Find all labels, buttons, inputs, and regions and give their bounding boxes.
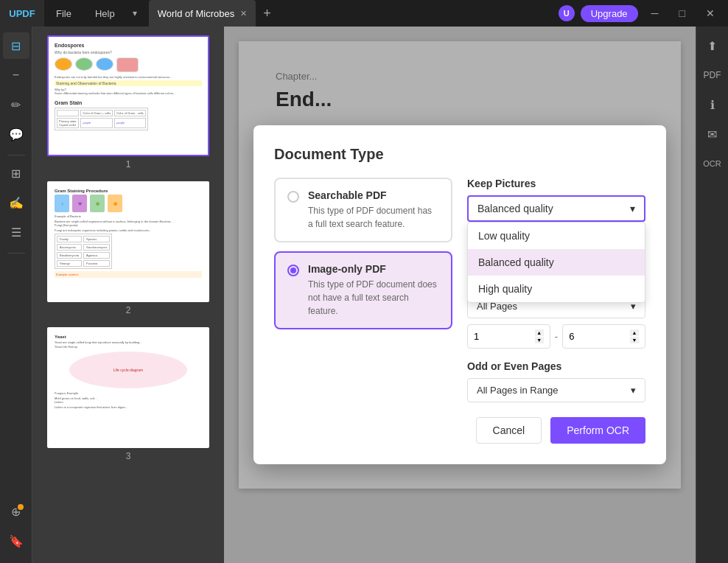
- thumbnail-3[interactable]: Yeast Yeast are single-celled fungi that…: [38, 327, 218, 461]
- dialog-footer: Cancel Perform OCR: [274, 417, 645, 444]
- main-area: ⊟ − ✏ 💬 ⊞ ✍ ☰ ⊕ 🔖 Endospores Why do bact…: [0, 27, 728, 563]
- keep-pictures-section: Keep Pictures Balanced quality ▾ Low qua…: [467, 178, 645, 265]
- document-type-options: Searchable PDF This type of PDF document…: [274, 178, 452, 402]
- odd-even-arrow: ▾: [631, 385, 636, 396]
- range-from-value: 1: [474, 331, 479, 342]
- titlebar-right: U Upgrade ─ □ ✕: [559, 5, 728, 22]
- quality-dropdown-menu: Low quality Balanced quality High qualit…: [467, 222, 645, 303]
- app-logo: UPDF: [0, 0, 44, 27]
- content-area: Chapter... End... Endos... that a... har…: [224, 27, 696, 563]
- sidebar-divider-2: [7, 253, 25, 253]
- form-icon[interactable]: ☰: [3, 219, 29, 245]
- thumbnail-frame-1: Endospores Why do bacteria form endospor…: [47, 35, 209, 156]
- searchable-pdf-content: Searchable PDF This type of PDF document…: [308, 189, 439, 231]
- thumbnail-number-1: 1: [126, 159, 131, 169]
- range-from-input[interactable]: 1 ▲ ▼: [467, 324, 550, 349]
- range-separator: -: [555, 331, 558, 342]
- dialog-body: Searchable PDF This type of PDF document…: [274, 178, 645, 402]
- odd-even-section: Odd or Even Pages All Pages in Range ▾: [467, 360, 645, 402]
- image-only-pdf-label: Image-only PDF: [308, 263, 439, 275]
- sign-icon[interactable]: ✍: [3, 189, 29, 216]
- maximize-button[interactable]: □: [672, 7, 693, 19]
- document-tab[interactable]: World of Microbes ✕: [149, 0, 256, 27]
- mail-icon[interactable]: ✉: [699, 121, 726, 147]
- thumbnail-content-2: Gram Staining Procedure 💧 💜 🟢 🟠 Example …: [49, 183, 208, 301]
- tab-close-icon[interactable]: ✕: [240, 9, 247, 18]
- thumbnail-1[interactable]: Endospores Why do bacteria form endospor…: [38, 35, 218, 169]
- perform-ocr-button[interactable]: Perform OCR: [550, 417, 645, 444]
- dialog-right-panel: Keep Pictures Balanced quality ▾ Low qua…: [467, 178, 645, 402]
- layers-icon[interactable]: ⊕: [3, 498, 29, 525]
- searchable-pdf-radio[interactable]: [287, 191, 299, 203]
- ocr-icon[interactable]: OCR: [699, 150, 726, 177]
- crop-icon[interactable]: ⊞: [3, 160, 29, 186]
- thumbnail-frame-3: Yeast Yeast are single-celled fungi that…: [47, 327, 209, 448]
- thumbnail-number-3: 3: [126, 451, 131, 461]
- dialog: Document Type Searchable PDF This type o…: [253, 125, 666, 464]
- sidebar-bottom: ⊕ 🔖: [3, 498, 29, 557]
- thumbnail-content-3: Yeast Yeast are single-celled fungi that…: [49, 329, 208, 447]
- upgrade-button[interactable]: Upgrade: [581, 5, 638, 22]
- thumbnail-frame-2: Gram Staining Procedure 💧 💜 🟢 🟠 Example …: [47, 181, 209, 302]
- image-only-pdf-content: Image-only PDF This type of PDF document…: [308, 263, 439, 318]
- menu-file[interactable]: File: [44, 0, 83, 27]
- cancel-button[interactable]: Cancel: [476, 417, 542, 444]
- zoom-out-icon[interactable]: −: [3, 62, 29, 88]
- info-icon[interactable]: ℹ: [699, 91, 726, 118]
- titlebar: UPDF File Help ▾ World of Microbes ✕ + U…: [0, 0, 728, 27]
- sidebar-divider-1: [7, 155, 25, 155]
- odd-even-label: Odd or Even Pages: [467, 360, 645, 372]
- quality-high-option[interactable]: High quality: [468, 276, 645, 302]
- odd-even-dropdown[interactable]: All Pages in Range ▾: [467, 378, 645, 402]
- comment-icon[interactable]: 💬: [3, 121, 29, 147]
- quality-selected-value: Balanced quality: [477, 203, 553, 214]
- new-tab-icon[interactable]: +: [256, 6, 279, 21]
- range-to-input[interactable]: 6 ▲ ▼: [562, 324, 645, 349]
- left-sidebar: ⊟ − ✏ 💬 ⊞ ✍ ☰ ⊕ 🔖: [0, 27, 32, 563]
- dialog-title: Document Type: [274, 146, 645, 163]
- quality-low-option[interactable]: Low quality: [468, 223, 645, 249]
- range-to-down[interactable]: ▼: [630, 337, 639, 343]
- pages-icon[interactable]: ⊟: [3, 32, 29, 59]
- searchable-pdf-label: Searchable PDF: [308, 189, 439, 201]
- image-only-pdf-option[interactable]: Image-only PDF This type of PDF document…: [274, 251, 452, 329]
- edit-icon[interactable]: ✏: [3, 91, 29, 118]
- right-sidebar: ⬆ PDF ℹ ✉ OCR: [696, 27, 728, 563]
- tab-dropdown-arrow[interactable]: ▾: [127, 8, 143, 18]
- range-from-up[interactable]: ▲: [535, 329, 544, 336]
- quality-balanced-option[interactable]: Balanced quality: [468, 249, 645, 276]
- menu-help[interactable]: Help: [83, 0, 127, 27]
- range-to-spin: ▲ ▼: [630, 329, 639, 343]
- close-window-button[interactable]: ✕: [699, 7, 722, 19]
- quality-dropdown-arrow: ▾: [630, 203, 635, 214]
- range-to-value: 6: [569, 331, 574, 342]
- searchable-pdf-desc: This type of PDF document has a full tex…: [308, 204, 439, 231]
- tab-title: World of Microbes: [158, 8, 235, 19]
- range-from-spin: ▲ ▼: [535, 329, 544, 343]
- thumbnail-number-2: 2: [126, 305, 131, 315]
- quality-dropdown-container: Balanced quality ▾ Low quality Balanced …: [467, 195, 645, 222]
- odd-even-selected: All Pages in Range: [477, 385, 559, 396]
- thumbnail-content-1: Endospores Why do bacteria form endospor…: [49, 37, 208, 155]
- menu-bar: File Help: [44, 0, 127, 27]
- range-to-up[interactable]: ▲: [630, 329, 639, 336]
- image-only-pdf-desc: This type of PDF document does not have …: [308, 278, 439, 318]
- searchable-pdf-option[interactable]: Searchable PDF This type of PDF document…: [274, 178, 452, 242]
- range-inputs: 1 ▲ ▼ - 6 ▲: [467, 324, 645, 349]
- image-only-pdf-radio[interactable]: [287, 265, 299, 276]
- keep-pictures-label: Keep Pictures: [467, 178, 645, 189]
- pdf-icon[interactable]: PDF: [699, 62, 726, 88]
- minimize-button[interactable]: ─: [644, 7, 666, 19]
- thumbnail-panel: Endospores Why do bacteria form endospor…: [32, 27, 224, 563]
- dialog-overlay: Document Type Searchable PDF This type o…: [224, 27, 696, 563]
- user-avatar: U: [559, 5, 575, 21]
- range-from-down[interactable]: ▼: [535, 337, 544, 343]
- quality-dropdown[interactable]: Balanced quality ▾: [467, 195, 645, 222]
- bookmark-icon[interactable]: 🔖: [3, 528, 29, 554]
- thumbnail-2[interactable]: Gram Staining Procedure 💧 💜 🟢 🟠 Example …: [38, 181, 218, 315]
- upload-icon[interactable]: ⬆: [699, 32, 726, 59]
